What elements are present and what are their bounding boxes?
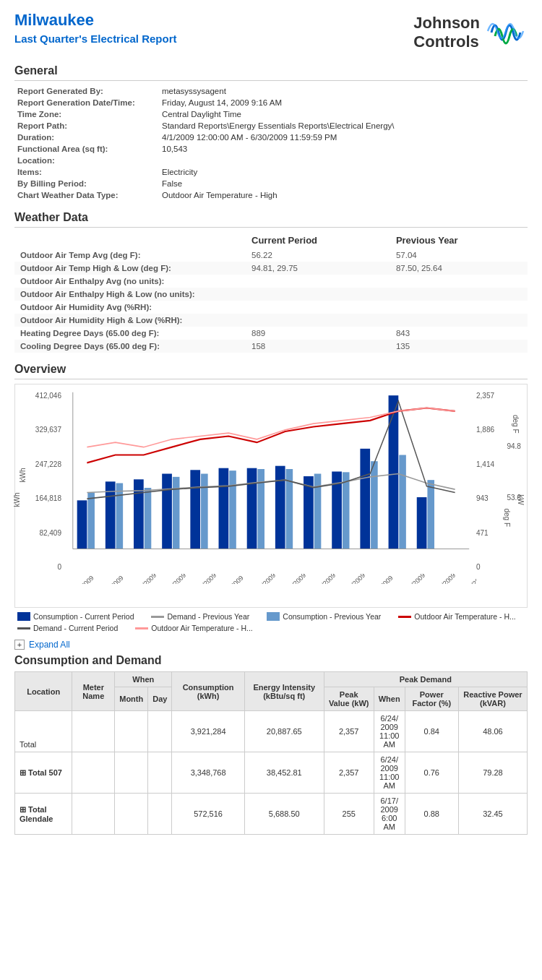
y-left-label: 0 [57, 563, 61, 571]
bar-prev [116, 483, 124, 549]
legend-label: Outdoor Air Temperature - H... [151, 624, 252, 632]
y-right-label: 2,357 [476, 392, 494, 400]
weather-section-title: Weather Data [14, 211, 528, 228]
col-meter-name: Meter Name [72, 672, 115, 711]
general-label: Time Zone: [14, 108, 159, 120]
bar-current [134, 479, 144, 549]
consumption-row: ⊞ Total 507 3,348,768 38,452.81 2,357 6/… [15, 752, 528, 794]
col-consumption: Consumption (kWh) [172, 672, 244, 711]
y-axis-degf-label: deg F [512, 415, 520, 434]
row-when-peak: 6/17/20096:00AM [374, 794, 405, 835]
x-label: 4/5/2009 [102, 577, 122, 584]
general-value: Friday, August 14, 2009 9:16 AM [159, 97, 528, 108]
page-city: Milwaukee [14, 11, 176, 30]
col-power-factor: Power Factor (%) [405, 687, 458, 711]
weather-current: 56.22 [246, 249, 390, 262]
weather-current [246, 275, 390, 288]
general-row: Report Path:Standard Reports\Energy Esse… [14, 120, 528, 132]
weather-row: Outdoor Air Temp Avg (deg F):56.2257.04 [14, 249, 528, 262]
legend-item: Outdoor Air Temperature - H... [135, 624, 252, 632]
weather-row: Outdoor Air Enthalpy High & Low (no unit… [14, 288, 528, 301]
bar-prev [145, 488, 152, 549]
weather-row: Outdoor Air Humidity Avg (%RH): [14, 301, 528, 314]
weather-current: 158 [246, 340, 390, 353]
legend-item: Outdoor Air Temperature - H... [398, 612, 515, 621]
general-row: Report Generation Date/Time:Friday, Augu… [14, 97, 528, 108]
general-value: False [159, 178, 528, 189]
weather-current: 94.81, 29.75 [246, 262, 390, 275]
row-peak-value: 2,357 [324, 711, 374, 752]
general-row: Chart Weather Data Type:Outdoor Air Temp… [14, 189, 528, 201]
row-when-peak: 6/24/200911:00AM [374, 711, 405, 752]
weather-row-label: Outdoor Air Enthalpy High & Low (no unit… [14, 288, 246, 301]
bar-current [219, 468, 229, 549]
consumption-row: ⊞ Total Glendale 572,516 5,688.50 255 6/… [15, 794, 528, 835]
weather-current [246, 288, 390, 301]
col-reactive-power: Reactive Power (kVAR) [458, 687, 527, 711]
legend-item: Consumption - Previous Year [267, 612, 381, 621]
bar-prev [371, 461, 378, 549]
row-energy-intensity: 38,452.81 [244, 752, 324, 794]
bar-current [389, 395, 399, 549]
legend-label: Demand - Current Period [33, 624, 118, 632]
legend-item: Demand - Previous Year [151, 612, 249, 621]
legend-item: Demand - Current Period [17, 624, 118, 632]
general-value: Central Daylight Time [159, 108, 528, 120]
bar-prev [173, 477, 180, 549]
col-peak-value: Peak Value (kW) [324, 687, 374, 711]
col-month: Month [115, 687, 148, 711]
weather-row: Outdoor Air Temp High & Low (deg F):94.8… [14, 262, 528, 275]
y-left-label: 247,228 [35, 460, 61, 468]
general-info-table: Report Generated By:metasyssysagentRepor… [14, 85, 528, 201]
row-meter [72, 711, 115, 752]
row-power-factor: 0.88 [405, 794, 458, 835]
bar-prev [201, 474, 208, 549]
y-right-label: 1,886 [476, 426, 494, 434]
x-label: 6/21/2009 [431, 577, 451, 584]
general-row: Time Zone:Central Daylight Time [14, 108, 528, 120]
row-month [115, 752, 148, 794]
x-label: 4/19/2009 [162, 577, 182, 584]
row-peak-value: 2,357 [324, 752, 374, 794]
weather-row: Cooling Degree Days (65.00 deg F):158135 [14, 340, 528, 353]
weather-current [246, 301, 390, 314]
col-day: Day [148, 687, 172, 711]
weather-row-label: Outdoor Air Enthalpy Avg (no units): [14, 275, 246, 288]
weather-row-label: Heating Degree Days (65.00 deg F): [14, 327, 246, 340]
bar-prev [257, 469, 264, 549]
y-right-label: 471 [476, 529, 489, 537]
row-location: Total [15, 711, 72, 752]
general-label: Functional Area (sq ft): [14, 143, 159, 155]
bar-current [417, 497, 427, 549]
x-label: 4/1/2009 [72, 577, 93, 584]
weather-row-label: Cooling Degree Days (65.00 deg F): [14, 340, 246, 353]
legend-label: Outdoor Air Temperature - H... [414, 612, 515, 621]
x-label: 5/10/2009 [251, 577, 272, 584]
y-right-label: 0 [476, 563, 481, 571]
col-location: Location [15, 672, 72, 711]
row-consumption: 572,516 [172, 794, 244, 835]
general-row: Location: [14, 155, 528, 166]
weather-col-current: Current Period [246, 232, 390, 249]
weather-row: Outdoor Air Humidity High & Low (%RH): [14, 314, 528, 327]
general-row: Functional Area (sq ft):10,543 [14, 143, 528, 155]
weather-previous [390, 314, 528, 327]
general-value: 10,543 [159, 143, 528, 155]
expand-all-label: Expand All [29, 640, 70, 650]
x-label: 5/31/2009 [341, 577, 361, 584]
x-label: 5/3/2009 [222, 577, 242, 584]
y-left-label: 82,409 [39, 529, 61, 537]
expand-all-button[interactable]: + Expand All [14, 640, 528, 650]
bar-prev [87, 493, 95, 549]
general-value: Standard Reports\Energy Essentials Repor… [159, 120, 528, 132]
row-day [148, 711, 172, 752]
row-location: ⊞ Total 507 [15, 752, 72, 794]
y-right-label: 943 [476, 494, 489, 502]
weather-col-label [14, 232, 246, 249]
consumption-row: Total 3,921,284 20,887.65 2,357 6/24/200… [15, 711, 528, 752]
x-label: 6/7/2009 [371, 577, 392, 584]
overview-section-title: Overview [14, 363, 528, 379]
row-month [115, 711, 148, 752]
general-label: By Billing Period: [14, 178, 159, 189]
y-right-label: 1,414 [476, 460, 494, 468]
